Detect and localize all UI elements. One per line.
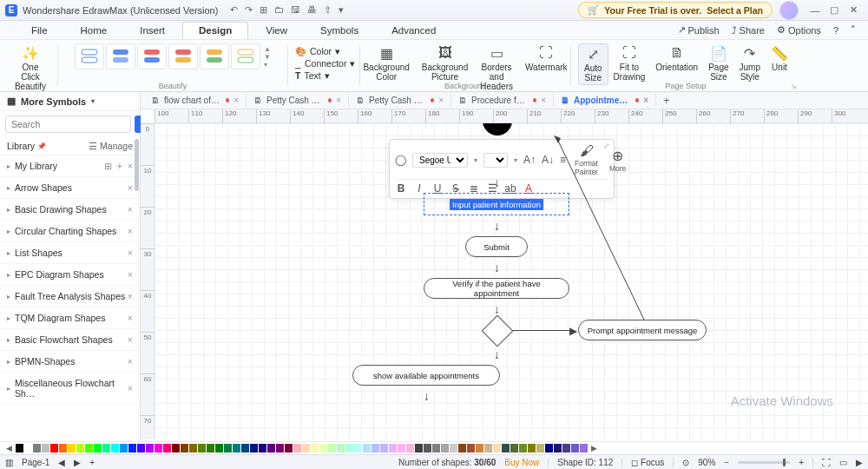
start-shape[interactable] — [483, 123, 512, 135]
color-swatch[interactable] — [372, 444, 379, 452]
color-swatch[interactable] — [510, 444, 518, 452]
gallery-down-icon[interactable]: ▼ — [264, 53, 271, 61]
presentation-icon[interactable]: ▶ — [856, 458, 863, 467]
unit-button[interactable]: 📏Unit — [766, 43, 793, 85]
color-swatch[interactable] — [259, 444, 266, 452]
tab-close-icon[interactable]: × — [438, 96, 444, 105]
color-swatch[interactable] — [562, 444, 570, 452]
color-swatch[interactable] — [111, 444, 119, 452]
menu-file[interactable]: File — [16, 23, 63, 38]
close-icon[interactable]: × — [128, 383, 133, 393]
sidebar-item[interactable]: ▸BPMN-Shapes× — [0, 351, 140, 373]
color-swatch[interactable] — [120, 444, 128, 452]
decision-shape[interactable] — [482, 315, 514, 347]
menu-advanced[interactable]: Advanced — [376, 23, 451, 38]
zoom-reset-icon[interactable]: ⊙ — [682, 458, 689, 467]
redo-icon[interactable]: ↷ — [245, 4, 253, 16]
arrow-3[interactable]: ↓ — [494, 261, 500, 274]
print-icon[interactable]: 🖶 — [307, 4, 317, 16]
color-swatch[interactable] — [181, 444, 188, 452]
sidebar-item[interactable]: ▸Basic Drawing Shapes× — [0, 199, 140, 221]
color-swatch[interactable] — [363, 444, 371, 452]
color-swatch[interactable] — [50, 444, 58, 452]
color-next-icon[interactable]: ▶ — [589, 444, 600, 452]
color-prev-icon[interactable]: ◀ — [3, 444, 15, 452]
fit-to-drawing-button[interactable]: ⛶Fit to Drawing — [608, 43, 651, 85]
share-button[interactable]: ⤴Share — [732, 24, 765, 36]
fullscreen-icon[interactable]: ⛶ — [822, 458, 831, 467]
menu-home[interactable]: Home — [65, 23, 123, 38]
tab-close-icon[interactable]: × — [541, 96, 546, 105]
arrow-5[interactable]: ↓ — [494, 347, 500, 361]
theme-style-1[interactable] — [75, 43, 104, 69]
close-icon[interactable]: × — [128, 161, 133, 171]
color-swatch[interactable] — [467, 444, 475, 452]
color-swatch[interactable] — [493, 444, 501, 452]
zoom-out-icon[interactable]: − — [724, 458, 729, 467]
qat-more-icon[interactable]: ▾ — [339, 4, 344, 16]
close-button[interactable]: ✕ — [844, 2, 863, 19]
pages-icon[interactable]: ▥ — [5, 458, 13, 467]
page-prev-icon[interactable]: ◀ — [58, 458, 65, 467]
pin-icon[interactable]: 📌 — [37, 142, 46, 150]
arrow-7[interactable]: ↓ — [424, 389, 430, 403]
color-swatch[interactable] — [241, 444, 249, 452]
save-icon[interactable]: 🖫 — [291, 4, 300, 16]
close-icon[interactable]: × — [128, 291, 133, 301]
close-icon[interactable]: × — [128, 226, 133, 236]
color-swatch[interactable] — [580, 444, 588, 452]
color-swatch[interactable] — [406, 444, 414, 452]
color-swatch[interactable] — [24, 444, 32, 452]
sidebar-item[interactable]: ▸Circular Charting Shapes× — [0, 221, 140, 242]
color-swatch[interactable] — [319, 444, 327, 452]
theme-style-5[interactable] — [200, 43, 229, 69]
minimize-button[interactable]: — — [806, 2, 825, 19]
color-swatch[interactable] — [215, 444, 223, 452]
document-tab[interactable]: 🗎Procedure for U…× — [451, 94, 554, 107]
arrow-6-line[interactable] — [512, 330, 571, 331]
color-swatch[interactable] — [198, 444, 206, 452]
color-swatch[interactable] — [102, 444, 110, 452]
sidebar-item[interactable]: ▸My Library⊞+× — [0, 155, 140, 177]
page-size-button[interactable]: 📄Page Size — [703, 43, 733, 85]
color-swatch[interactable] — [233, 444, 240, 452]
bold-icon[interactable]: B — [395, 182, 407, 195]
color-swatch[interactable] — [163, 444, 171, 452]
export-icon[interactable]: ⇪ — [324, 4, 332, 16]
color-swatch[interactable] — [450, 444, 457, 452]
color-swatch[interactable] — [293, 444, 301, 452]
color-swatch[interactable] — [502, 444, 510, 452]
color-swatch[interactable] — [59, 444, 67, 452]
close-icon[interactable]: × — [128, 269, 133, 280]
new-icon[interactable]: ⊞ — [260, 4, 267, 16]
sidebar-item[interactable]: ▸TQM Diagram Shapes× — [0, 307, 140, 329]
color-swatch[interactable] — [128, 444, 136, 452]
color-swatch[interactable] — [250, 444, 258, 452]
color-swatch[interactable] — [276, 444, 284, 452]
verify-shape[interactable]: Verify if the patient have appointment — [424, 278, 569, 299]
sidebar-item[interactable]: ▸Fault Tree Analysis Shapes× — [0, 286, 140, 307]
collapse-ribbon-icon[interactable]: ˄ — [851, 24, 856, 36]
tab-close-icon[interactable]: × — [643, 96, 648, 105]
one-click-beautify-button[interactable]: ✨ One Click Beautify — [10, 43, 51, 93]
page-next-icon[interactable]: ▶ — [74, 458, 81, 467]
maximize-button[interactable]: ▢ — [825, 2, 844, 19]
color-swatch[interactable] — [380, 444, 388, 452]
sidebar-item[interactable]: ▸Arrow Shapes× — [0, 177, 140, 199]
color-swatch[interactable] — [189, 444, 197, 452]
buy-now-link[interactable]: Buy Now — [504, 458, 539, 467]
sidebar-item[interactable]: ▸EPC Diagram Shapes× — [0, 264, 140, 286]
color-swatch[interactable] — [476, 444, 483, 452]
close-icon[interactable]: × — [128, 356, 133, 367]
color-swatch[interactable] — [85, 444, 93, 452]
font-grow-icon[interactable]: A↑ — [523, 154, 536, 166]
sidebar-scrollbar[interactable] — [135, 135, 140, 439]
help-icon[interactable]: ? — [833, 24, 838, 36]
plus-icon[interactable]: + — [117, 161, 122, 171]
prompt-shape[interactable]: Prompt appointment message — [578, 320, 707, 340]
fit-page-icon[interactable]: ▭ — [839, 458, 847, 467]
color-swatch[interactable] — [554, 444, 562, 452]
user-avatar[interactable] — [779, 1, 799, 20]
theme-style-3[interactable] — [137, 43, 167, 69]
input-patient-shape[interactable]: Input patient information — [425, 195, 568, 214]
